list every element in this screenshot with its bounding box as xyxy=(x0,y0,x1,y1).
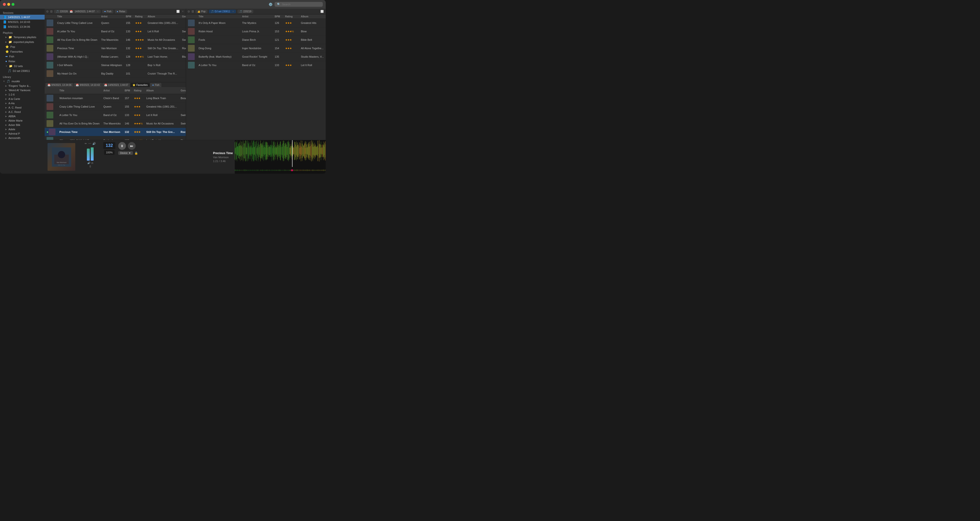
table-row[interactable]: Butterfly (feat. Mark Keeley) Good Rocki… xyxy=(186,52,326,61)
table-row[interactable]: It's Only A Paper Moon The Mystics 126 ★… xyxy=(186,19,326,27)
waveform-mini[interactable] xyxy=(235,167,326,174)
bottom-tab-1444[interactable]: 📅 14/9/2023, 1:44:07 xyxy=(102,83,130,87)
right-tab-pop[interactable]: 👍 Pop xyxy=(196,10,207,13)
col-bpm[interactable]: BPM xyxy=(123,87,132,94)
col-title[interactable]: Title xyxy=(55,14,99,19)
tab-close-icon[interactable]: ✕ xyxy=(232,10,234,13)
svg-rect-216 xyxy=(299,146,299,155)
sidebar-item-temp-playlists[interactable]: ▶ 📁 Temporary playlists xyxy=(0,35,45,40)
panel-tab-relax[interactable]: ● Relax xyxy=(115,10,127,13)
sidebar-item-session2[interactable]: 📘 8/9/2023, 14:10:43 xyxy=(0,19,45,24)
table-row[interactable]: My Heart Go On Big Daddy 101 Cruisin' Th… xyxy=(45,70,186,78)
sidebar-item-alacarte[interactable]: ▶ A la Carte xyxy=(0,97,45,101)
table-row[interactable]: A Letter To You Band of Oz 133 ★★★ Let I… xyxy=(45,27,186,36)
sidebar-item-relax[interactable]: ● Relax xyxy=(0,59,45,64)
expand-panel-icon[interactable]: ⬜ xyxy=(320,10,324,14)
settings-icon[interactable]: ⚙️ xyxy=(269,2,273,6)
col-title[interactable]: Title xyxy=(57,87,101,94)
col-artist[interactable]: Artist xyxy=(99,14,124,19)
table-row[interactable]: All You Ever Do Is Bring Me Down The Mav… xyxy=(45,119,186,128)
col-bpm[interactable]: BPM xyxy=(273,14,283,19)
panel-tab-220326[interactable]: 🎵 session1 220326 📅 14/9/2023, 1:44:07 ✕ xyxy=(54,10,100,13)
sidebar-item-fish[interactable]: ➡ Fish xyxy=(0,54,45,59)
pencil-icon[interactable]: ✏ xyxy=(85,142,87,145)
waveform-area[interactable] xyxy=(235,140,326,174)
sidebar-item-musikk[interactable]: ▼ 🎵 musikk xyxy=(0,79,45,84)
bottom-tab-fav[interactable]: ⭐ Favourites xyxy=(130,83,150,87)
col-title[interactable]: Title xyxy=(197,14,240,19)
album-art: Van Morrison Still On Top xyxy=(48,143,75,171)
table-row[interactable]: I Got Wheels Steinar Albrigtsen 128 Bop … xyxy=(45,61,186,70)
sidebar-item-adele[interactable]: ▶ Adele xyxy=(0,127,45,132)
table-row[interactable]: All You Ever Do Is Bring Me Down The Mav… xyxy=(45,36,186,44)
col-artist[interactable]: Artist xyxy=(102,87,123,94)
sidebar-item-fingers[interactable]: ▶ 'Fingers' Taylor &... xyxy=(0,84,45,88)
tab-close-icon[interactable]: ✕ xyxy=(97,10,99,13)
table-row[interactable]: Crazy Little Thing Called Love Queen 155… xyxy=(45,19,186,27)
col-genre[interactable]: Genre xyxy=(180,14,186,19)
sidebar-item-session1[interactable]: 📘 14/9/2023, 1:44:07 xyxy=(0,15,45,19)
waveform-main[interactable] xyxy=(235,140,326,167)
table-row[interactable]: Precious Time Van Morrison 132 ★★★ Still… xyxy=(45,44,186,52)
maximize-button[interactable] xyxy=(11,3,14,6)
svg-rect-381 xyxy=(257,170,258,171)
panel-tab-fish[interactable]: ➡ Fish xyxy=(102,10,113,13)
sidebar-item-abba[interactable]: ▶ ABBA xyxy=(0,114,45,118)
sidebar-item-abbie[interactable]: ▶ Abbie Marie xyxy=(0,118,45,123)
minimize-button[interactable] xyxy=(7,3,10,6)
lock-icon[interactable]: 🔒 xyxy=(134,151,138,155)
table-row[interactable]: (Woman With A) High I.Q.; Reidar Larsen;… xyxy=(45,52,186,61)
table-row[interactable]: Crazy Little Thing Called Love Queen 155… xyxy=(45,103,186,111)
bottom-tab-fish[interactable]: ➡ Fish xyxy=(150,83,161,87)
right-tracks-container[interactable]: Title Artist BPM Rating Album It's Only … xyxy=(186,14,326,140)
sidebar-item-pop[interactable]: ⭐ Pop xyxy=(0,44,45,49)
sidebar-item-ac-reed[interactable]: ▶ A. C. Reed xyxy=(0,105,45,110)
close-panel-icon[interactable]: ✕ xyxy=(181,10,185,14)
table-row[interactable]: ● Precious Time Van Morrison 132 ★★★ Sti… xyxy=(45,128,186,136)
col-album[interactable]: Album xyxy=(146,14,180,19)
table-row[interactable]: Wolverton mountain Chick'n Band 157 ★★★ … xyxy=(45,94,186,103)
col-bpm[interactable]: BPM xyxy=(124,14,133,19)
sidebar-item-djsets[interactable]: ▼ 📁 DJ sets xyxy=(0,64,45,68)
sidebar-item-aha[interactable]: ▶ A-Ha xyxy=(0,101,45,105)
sidebar-item-ac-reed2[interactable]: ▶ A.C. Reed xyxy=(0,110,45,114)
col-album[interactable]: Album xyxy=(299,14,326,19)
table-row[interactable]: Fools Diane Birch 121 ★★★ Bible Belt xyxy=(186,36,326,44)
table-row[interactable]: Ding-Dong Inger Nordström 154 ★★★ All Al… xyxy=(186,44,326,52)
bottom-tab-1410[interactable]: 📅 8/9/2023, 14:10:43 xyxy=(74,83,102,87)
sidebar-item-session3[interactable]: 📘 8/9/2023, 13:34:06 xyxy=(0,24,45,29)
sidebar-item-acker[interactable]: ▶ Acker Bilk xyxy=(0,123,45,127)
sidebar-item-weird[interactable]: ▶ 'Weird Al' Yankovic xyxy=(0,88,45,92)
col-rating[interactable]: Rating xyxy=(133,14,146,19)
col-album[interactable]: Album xyxy=(144,87,179,94)
col-artist[interactable]: Artist xyxy=(240,14,273,19)
device-selector[interactable]: Device ▼ xyxy=(118,151,133,155)
col-rating[interactable]: Rating xyxy=(283,14,299,19)
wave-icon[interactable]: 〰 xyxy=(88,142,91,145)
pause-button[interactable]: ⏸ xyxy=(118,142,126,150)
table-row[interactable]: Robin Hood Louis Prima Jr. 153 ★★★½ Blow xyxy=(186,27,326,36)
bottom-tracks-container[interactable]: Title Artist BPM Rating Album Genre Leng… xyxy=(45,87,186,140)
minimize-panel-icon[interactable]: ⬜ xyxy=(176,10,180,14)
sidebar-item-djset[interactable]: 🎵 DJ set 230811 xyxy=(0,68,45,73)
sidebar-item-favourites[interactable]: ⭐ Favourites xyxy=(0,49,45,54)
col-rating[interactable]: Rating xyxy=(132,87,144,94)
table-row[interactable]: (Woman With A) High I.Q.; Reidar Larsen;… xyxy=(45,136,186,140)
top-tracks-container[interactable]: Title Artist BPM Rating Album Genre xyxy=(45,14,186,82)
next-button[interactable]: ⏭ xyxy=(128,142,135,150)
close-button[interactable] xyxy=(3,3,6,6)
right-tab-220219[interactable]: 🎵 220219 xyxy=(237,10,253,13)
sidebar-item-admiral[interactable]: ▶ Admiral P xyxy=(0,132,45,136)
now-playing-icon: ● xyxy=(46,130,48,133)
col-genre[interactable]: Genre xyxy=(179,87,186,94)
sidebar-item-aerosmith[interactable]: ▶ Aerosmith xyxy=(0,136,45,140)
table-row[interactable]: A Letter To You Band of Oz 133 ★★★ Let I… xyxy=(186,61,326,70)
sidebar-item-1-2-6[interactable]: ▶ 1-2-6 xyxy=(0,92,45,97)
svg-rect-588 xyxy=(320,170,320,170)
sidebar-item-exported-playlists[interactable]: ▶ 📁 exported playlists xyxy=(0,40,45,44)
table-row[interactable]: A Letter To You Band of Oz 133 ★★★ Let I… xyxy=(45,111,186,119)
search-input[interactable] xyxy=(282,3,316,6)
bottom-tab-834[interactable]: 📅 8/9/2023, 13:34:06 xyxy=(46,83,73,87)
volume-icon[interactable]: 🔊 xyxy=(92,142,96,145)
right-tab-djset[interactable]: 🎵 DJ set 230811 ✕ xyxy=(209,10,236,13)
